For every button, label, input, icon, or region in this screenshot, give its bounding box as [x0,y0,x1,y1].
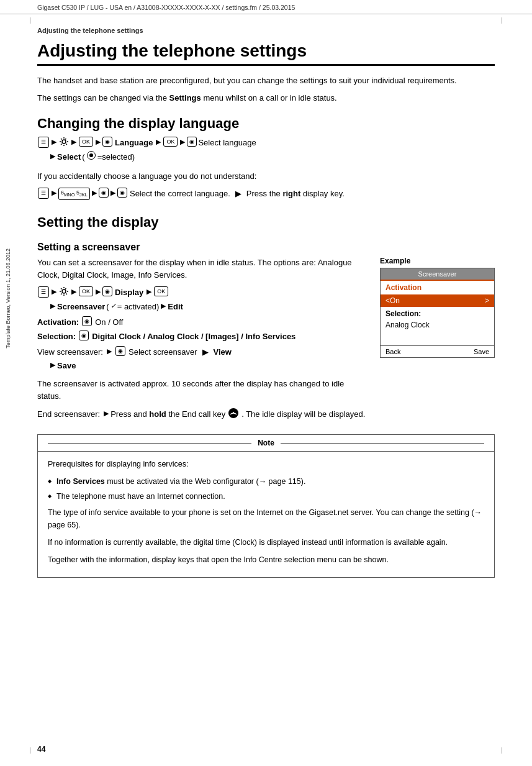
arrow17: ▶ [202,346,209,359]
nav-icon-2: ◉ [187,137,197,147]
menu-icon: ☰ [38,137,49,148]
view-label: View screensaver: [37,346,103,359]
selection-line: Selection: ◉ Digital Clock / Analog Cloc… [37,331,367,344]
activation-timing-note: The screensaver is activated approx. 10 … [37,378,367,403]
display-bottom-bar: Back Save [381,345,494,357]
display-selection-label: Selection: [381,307,494,319]
activation-line: Activation: ◉ On / Off [37,316,367,329]
note-line-left [48,443,251,444]
equals-activated: = activated) [117,301,160,314]
if-accidental: If you accidentally choose a language yo… [37,170,495,183]
section2-title: Setting the display [37,214,495,230]
arrow12: ▶ [96,286,101,298]
select-circle-icon [87,151,96,160]
corner-mark-bl [30,747,30,754]
display-on-active: <On > [381,294,494,307]
prerequisites-label: Prerequisites for displaying info servic… [48,458,484,470]
arrow15: ▶ [161,301,166,312]
nav-icon-7: ◉ [79,331,89,340]
screensaver-bold: Screensaver [57,301,105,314]
paren-activated: ( [106,301,109,314]
arrow7: ▶ [52,188,56,199]
language-label: Language [115,137,153,150]
activation-label: Activation: [37,316,79,329]
svg-point-2 [233,412,234,413]
ok-key-1: OK [79,137,93,147]
arrow8: ▶ [92,188,97,199]
checkmark-sym: ✓ [110,301,116,312]
equals-selected: =selected) [97,151,135,164]
intro-line1: The handset and base station are preconf… [37,75,495,87]
arrow2: ▶ [71,137,76,148]
subsection-screensaver-title: Setting a screensaver [37,242,495,253]
menu-icon-2: ☰ [38,188,49,199]
note-content: Prerequisites for displaying info servic… [38,452,494,577]
header-text: Gigaset C530 IP / LUG - USA en / A31008-… [37,4,295,11]
arrow4: ▶ [156,137,161,148]
page-header: Gigaset C530 IP / LUG - USA en / A31008-… [0,0,532,14]
end-call-icon [228,408,238,418]
section1-title: Changing the display language [37,116,495,132]
select-lang-text: Select language [198,137,256,150]
note-para-1: The type of info service available to yo… [48,506,484,531]
paren-selected: ( [82,151,84,164]
two-col-layout: You can set a screensaver for the displa… [37,257,495,422]
arrow13: ▶ [147,286,151,298]
arrow19: ▶ [104,408,109,419]
view-line: View screensaver: ▶ ◉ Select screensaver… [37,346,367,359]
nav-icon-3: ◉ [99,188,109,198]
display-analog-clock: Analog Clock [381,319,494,333]
content-area: Adjusting the telephone settings Adjusti… [0,14,532,603]
selection-label: Selection: [37,331,76,344]
arrow1: ▶ [52,137,56,148]
arrow11: ▶ [71,286,76,298]
note-box: Note Prerequisites for displaying info s… [37,434,495,578]
activation-value: On / Off [95,316,123,329]
display-activation: Activation [381,281,494,294]
arrow16: ▶ [107,346,112,357]
note-para-3: Together with the information, display k… [48,554,484,566]
view-btn: View [214,346,232,359]
menu-icon-3: ☰ [38,286,49,298]
breadcrumb: Adjusting the telephone settings [37,27,495,34]
svg-point-1 [62,290,66,293]
title-underline [37,64,495,66]
nav-icon-1: ◉ [102,137,112,147]
select-correct: Select the correct language. [130,188,230,201]
end-screensaver-text: End screensaver: [37,408,100,421]
ok-key-2: OK [163,137,178,147]
screensaver-nav: ☰ ▶ ▶ OK ▶ ◉ Display ▶ OK [37,286,367,299]
info-services-text: must be activated via the Web configurat… [105,477,306,486]
display-label: Display [115,286,143,299]
press-hold-text: Press and hold the End call key [110,408,225,421]
example-label: Example [380,257,495,265]
press-right-text: Press the right display key. [246,188,345,201]
arrow3: ▶ [96,137,101,148]
arrow5: ▶ [180,137,185,148]
ok-key-3: OK [79,286,93,296]
note-bullet-2: The telephone must have an Internet conn… [48,490,484,503]
note-line-right [281,443,484,444]
active-on-text: <On [385,296,400,305]
page-title: Adjusting the telephone settings [37,40,495,62]
nav-icon-4: ◉ [117,188,127,198]
corner-mark-br [502,747,502,754]
ok-key-4: OK [154,286,168,296]
gear-icon [59,137,69,147]
page-number: 44 [37,745,45,754]
phone-display: Screensaver Activation <On > Selection: … [380,268,495,358]
svg-point-0 [62,140,66,144]
note-title: Note [258,439,274,447]
selection-value: Digital Clock / Analog Clock / [Images] … [92,331,295,344]
page-container: Template Borneo, Version 1, 21.06.2012 G… [0,0,532,766]
arrow10: ▶ [52,286,56,298]
key-6mno5jkl: 6MNO 5JKL [58,188,90,200]
display-back-btn: Back [385,348,400,355]
nav-icon-8: ◉ [115,346,125,356]
display-title: Screensaver [381,268,494,280]
arrow18: ▶ [50,360,55,371]
active-arrow: > [485,296,489,305]
intro-line2: The settings can be changed via the Sett… [37,92,495,104]
screensaver-instruction: ▶ Screensaver ( ✓ = activated) ▶ Edit [50,301,367,314]
correct-lang-instruction: ☰ ▶ 6MNO 5JKL ▶ ◉ ▶ ◉ Select the correct… [37,188,495,201]
